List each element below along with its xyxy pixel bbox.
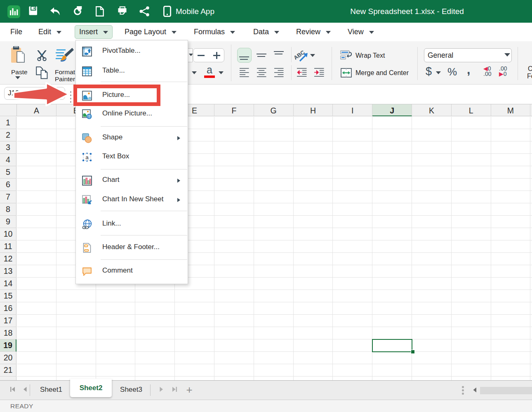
svg-text:a: a: [85, 154, 89, 160]
svg-text:ABC: ABC: [294, 49, 306, 61]
